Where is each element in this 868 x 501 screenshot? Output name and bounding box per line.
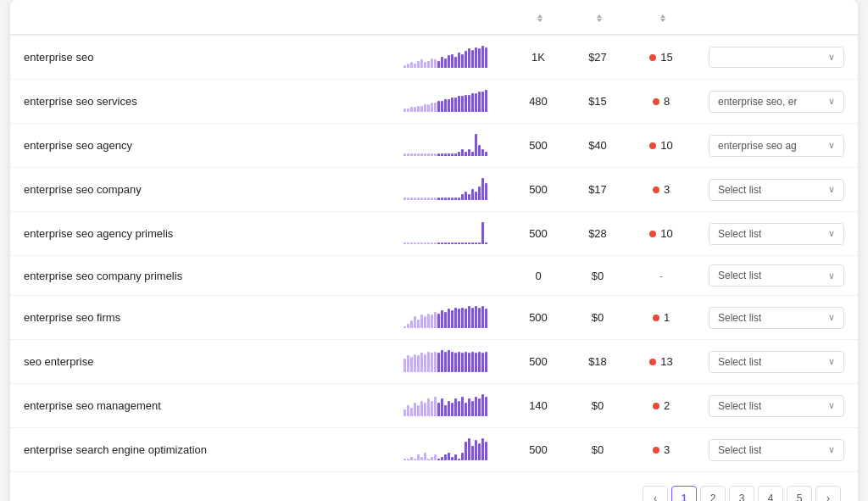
sparkline: [403, 44, 487, 68]
select-list-dropdown[interactable]: enterprise seo ag∨: [709, 135, 844, 157]
ppcd-value: 2: [664, 399, 670, 412]
cpc-cell: $0: [568, 428, 627, 472]
ppcd-dot: [653, 403, 659, 409]
cpc-cell: $18: [568, 340, 627, 384]
keyword-cell: enterprise seo management: [10, 384, 390, 428]
cpc-cell: $0: [568, 256, 627, 296]
page-btn-2[interactable]: 2: [700, 486, 726, 501]
ppcd-value: 3: [664, 183, 670, 196]
ppcd-value: 1: [664, 311, 670, 324]
ppcd-cell: 10: [627, 212, 695, 256]
select-list-label: Select list: [718, 356, 761, 368]
sparkline: [403, 132, 487, 156]
chevron-down-icon: ∨: [828, 312, 835, 323]
select-list-dropdown[interactable]: Select list∨: [709, 223, 844, 245]
select-list-dropdown[interactable]: Select list∨: [709, 395, 844, 417]
ppcd-cell: 2: [627, 384, 695, 428]
table-row: enterprise seo agency primelis500$2810Se…: [10, 212, 858, 256]
chevron-down-icon: ∨: [828, 444, 835, 455]
ppcd-cell: 10: [627, 124, 695, 168]
cpc-cell: $17: [568, 168, 627, 212]
keyword-cell: enterprise seo company primelis: [10, 256, 390, 296]
chevron-down-icon: ∨: [828, 356, 835, 367]
ppcd-cell: 8: [627, 80, 695, 124]
ppcd-dot: [653, 447, 659, 454]
col-ppcd: [627, 0, 695, 35]
col-sv: [509, 0, 568, 35]
keyword-cell: enterprise seo agency: [10, 124, 390, 168]
page-btn-5[interactable]: 5: [787, 486, 812, 501]
select-list-dropdown[interactable]: Select list∨: [709, 307, 844, 329]
select-list-dropdown[interactable]: enterprise seo, er∨: [709, 91, 844, 113]
table-row: enterprise search engine optimization500…: [10, 428, 858, 472]
chevron-down-icon: ∨: [828, 400, 835, 411]
ppcd-cell: 15: [627, 35, 695, 80]
col-keyword: [10, 0, 390, 35]
select-list-label: enterprise seo, er: [718, 96, 797, 108]
add-to-list-cell: Select list∨: [695, 340, 858, 384]
add-to-list-cell: Select list∨: [695, 168, 858, 212]
sv-cell: 0: [509, 256, 568, 296]
cpc-cell: $27: [568, 35, 627, 80]
ppcd-dash: -: [659, 270, 663, 282]
ppcd-cell: 3: [627, 428, 695, 472]
sv-cell: 140: [509, 384, 568, 428]
table-row: enterprise seo services480$158enterprise…: [10, 80, 858, 124]
select-list-dropdown[interactable]: Select list∨: [709, 179, 844, 201]
prev-page-btn[interactable]: ‹: [643, 486, 668, 501]
select-list-dropdown[interactable]: Select list∨: [709, 439, 844, 461]
col-add-to-list: [695, 0, 858, 35]
ppcd-dot: [649, 54, 656, 61]
keyword-cell: seo enterprise: [10, 340, 390, 384]
ppcd-dot: [653, 98, 659, 105]
select-list-label: Select list: [718, 228, 761, 240]
chevron-down-icon: ∨: [828, 96, 835, 107]
sparkline: [403, 348, 487, 372]
table-row: enterprise seo company500$173Select list…: [10, 168, 858, 212]
select-list-dropdown[interactable]: Select list∨: [709, 351, 844, 373]
select-list-label: Select list: [718, 312, 761, 324]
sv-cell: 500: [509, 212, 568, 256]
keyword-cell: enterprise seo company: [10, 168, 390, 212]
keyword-cell: enterprise seo services: [10, 80, 390, 124]
chevron-down-icon: ∨: [828, 184, 835, 195]
table-row: enterprise seo management140$02Select li…: [10, 384, 858, 428]
sparkline: [403, 88, 487, 112]
col-trend: [390, 0, 509, 35]
sv-sort-icon[interactable]: [537, 14, 542, 22]
table-row: enterprise seo firms500$01Select list∨: [10, 296, 858, 340]
ppcd-value: 10: [660, 139, 672, 152]
trend-cell: [390, 256, 509, 296]
trend-cell: [390, 168, 509, 212]
trend-cell: [390, 80, 509, 124]
pagination: ‹ 1 2 3 4 5 ›: [10, 471, 858, 501]
keyword-cell: enterprise seo firms: [10, 296, 390, 340]
ppcd-value: 15: [660, 51, 672, 64]
cpc-sort-icon[interactable]: [597, 14, 602, 22]
add-to-list-cell: Select list∨: [695, 296, 858, 340]
trend-cell: [390, 428, 509, 472]
add-to-list-cell: Select list∨: [695, 384, 858, 428]
page-btn-4[interactable]: 4: [758, 486, 783, 501]
ppcd-sort-icon[interactable]: [660, 14, 665, 22]
add-to-list-cell: ∨: [695, 35, 858, 80]
table-row: enterprise seo company primelis0$0-Selec…: [10, 256, 858, 296]
select-list-dropdown[interactable]: ∨: [709, 47, 844, 68]
sv-cell: 500: [509, 428, 568, 472]
page-btn-1[interactable]: 1: [671, 486, 697, 501]
sparkline: [403, 437, 487, 460]
trend-cell: [390, 212, 509, 256]
trend-cell: [390, 124, 509, 168]
table-row: seo enterprise500$1813Select list∨: [10, 340, 858, 384]
sv-cell: 1K: [509, 35, 568, 80]
select-list-label: Select list: [718, 270, 761, 281]
add-to-list-cell: Select list∨: [695, 212, 858, 256]
chevron-down-icon: ∨: [828, 270, 835, 281]
sparkline: [403, 304, 487, 328]
ppcd-value: 8: [664, 95, 670, 108]
page-btn-3[interactable]: 3: [729, 486, 754, 501]
select-list-dropdown[interactable]: Select list∨: [709, 264, 844, 287]
trend-cell: [390, 35, 509, 80]
next-page-btn[interactable]: ›: [815, 486, 841, 501]
chevron-down-icon: ∨: [828, 52, 835, 63]
